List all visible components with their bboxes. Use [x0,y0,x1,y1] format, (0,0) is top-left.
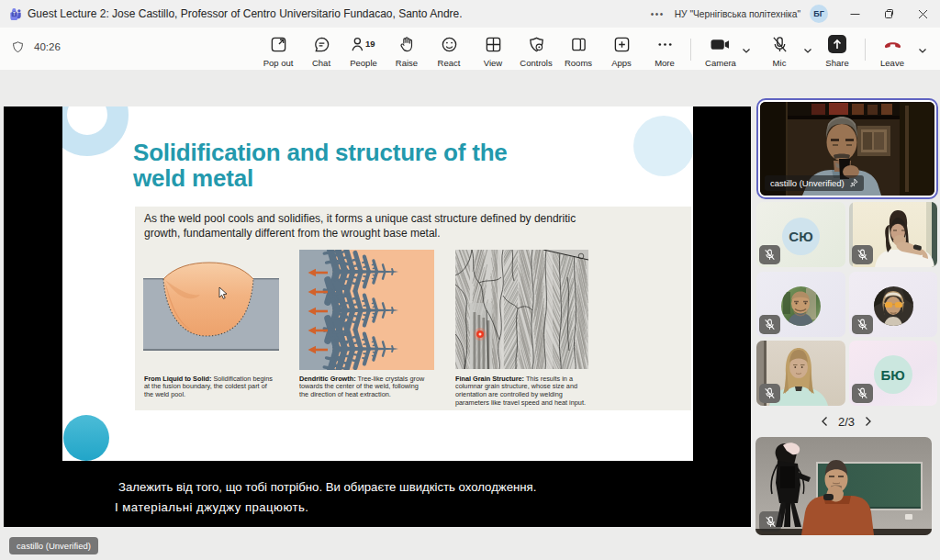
svg-text:T: T [13,12,16,17]
svg-text:19: 19 [365,39,375,49]
